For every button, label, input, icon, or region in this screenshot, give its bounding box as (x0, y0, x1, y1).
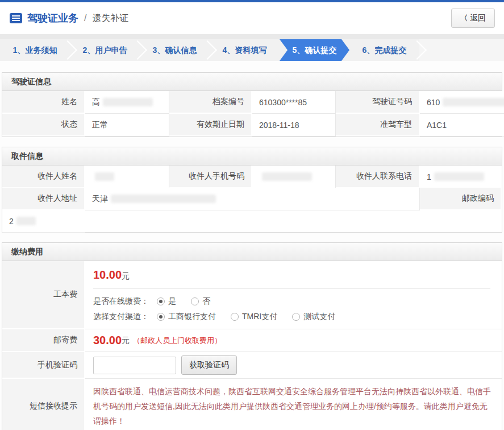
channel-test-label: 测试支付 (303, 312, 335, 322)
license-no-value: 610 (420, 91, 504, 114)
mail-fee-content: 30.00元 （邮政人员上门收取费用） (85, 329, 502, 352)
sms-code-label: 手机验证码 (2, 352, 85, 379)
currency-unit: 元 (122, 336, 130, 346)
recipient-mobile-value (252, 166, 336, 188)
list-icon (9, 13, 23, 24)
sms-code-input[interactable] (93, 357, 176, 374)
redaction-blur (262, 172, 312, 181)
pay-channel-question: 选择支付渠道： (93, 312, 149, 322)
channel-tmri-label: TMRI支付 (242, 312, 277, 322)
breadcrumb-separator: / (84, 13, 86, 23)
currency-unit: 元 (122, 271, 130, 280)
recipient-phone-label: 收件人联系电话 (336, 166, 420, 188)
redaction-blur (434, 172, 484, 181)
breadcrumb-current: 遗失补证 (92, 13, 128, 24)
redaction-blur (103, 98, 153, 106)
radio-online-pay-yes[interactable] (157, 297, 165, 305)
recipient-name-label: 收件人姓名 (2, 166, 85, 188)
step-wizard: 1、业务须知 2、用户申告 3、确认信息 4、资料填写 5、确认提交 6、完成提… (0, 39, 504, 61)
online-pay-yes-label: 是 (168, 296, 176, 307)
recipient-phone-value: 1 (420, 166, 502, 188)
redaction-blur (111, 195, 216, 203)
expiry-value: 2018-11-18 (252, 114, 336, 137)
inner-divider (93, 288, 490, 289)
license-no-label: 驾驶证号码 (336, 91, 420, 114)
redaction-blur (443, 98, 504, 106)
file-no-label: 档案编号 (169, 91, 252, 114)
address-value: 天津 (85, 188, 420, 210)
file-no-value: 610300****85 (252, 91, 336, 114)
recipient-mobile-label: 收件人手机号码 (169, 166, 252, 188)
name-label: 姓名 (2, 91, 85, 114)
redaction-blur (16, 217, 36, 225)
back-button[interactable]: 〈 返回 (451, 9, 495, 28)
section-title: 缴纳费用 (2, 243, 502, 261)
radio-channel-icbc[interactable] (157, 313, 165, 321)
step-4-fill-materials[interactable]: 4、资料填写 (210, 39, 280, 61)
page-title: 驾驶证业务 (27, 11, 78, 25)
back-chevron-icon: 〈 (460, 13, 468, 23)
vehicle-class-label: 准驾车型 (336, 114, 420, 137)
sms-notice-label: 短信接收提示 (2, 379, 85, 430)
production-fee-content: 10.00元 是否在线缴费： 是 否 选择支付渠道： 工商银行支付 (85, 261, 502, 329)
header-divider (0, 34, 504, 39)
mail-fee-amount: 30.00 (93, 334, 122, 347)
section-license-info: 驾驶证信息 姓名 高 档案编号 610300****85 驾驶证号码 610 状… (2, 72, 502, 137)
step-5-confirm-submit[interactable]: 5、确认提交 (280, 39, 349, 61)
online-pay-no-label: 否 (202, 296, 210, 307)
radio-online-pay-no[interactable] (191, 297, 199, 305)
sms-code-content: 获取验证码 (85, 352, 502, 379)
vehicle-class-value: A1C1 (420, 114, 504, 137)
postcode-value: 2 (2, 210, 85, 233)
step-bar-filler (419, 39, 504, 61)
section-title: 取件信息 (2, 147, 502, 166)
expiry-label: 有效期止日期 (169, 114, 252, 137)
production-fee-label: 工本费 (2, 261, 85, 329)
status-label: 状态 (2, 114, 85, 137)
mail-fee-note: （邮政人员上门收取费用） (133, 336, 222, 346)
section-fees: 缴纳费用 工本费 10.00元 是否在线缴费： 是 否 (2, 242, 502, 430)
radio-channel-test[interactable] (292, 313, 300, 321)
section-title: 驾驶证信息 (2, 73, 502, 91)
production-fee-amount: 10.00 (93, 268, 122, 281)
name-value: 高 (85, 91, 169, 114)
sms-notice-text: 因陕西省联通、电信运营商技术问题，陕西省互联网交通安全综合服务管理平台无法向持陕… (85, 379, 502, 430)
address-label: 收件人地址 (2, 188, 85, 210)
status-value: 正常 (85, 114, 169, 137)
mail-fee-label: 邮寄费 (2, 329, 85, 352)
channel-icbc-label: 工商银行支付 (168, 312, 216, 322)
radio-channel-tmri[interactable] (231, 313, 239, 321)
app-header: 驾驶证业务 / 遗失补证 〈 返回 (0, 2, 504, 34)
recipient-name-value (85, 166, 169, 188)
online-pay-question: 是否在线缴费： (93, 296, 149, 307)
postcode-label: 邮政编码 (420, 188, 502, 210)
redaction-blur (95, 172, 114, 181)
back-button-label: 返回 (470, 13, 486, 23)
get-code-button[interactable]: 获取验证码 (181, 355, 237, 375)
section-pickup-info: 取件信息 收件人姓名 收件人手机号码 收件人联系电话 1 收件人地址 天津 邮政… (2, 147, 502, 233)
